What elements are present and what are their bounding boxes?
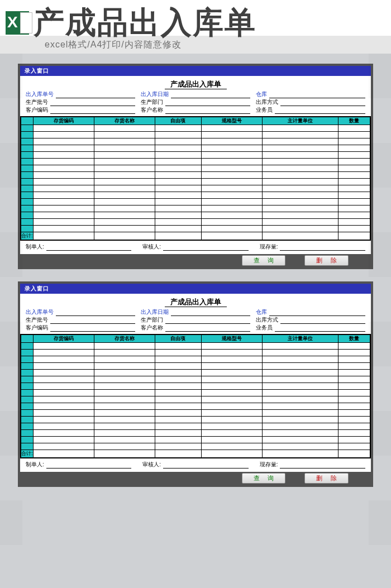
header-field: 出库方式 <box>256 316 365 324</box>
page-title: 产成品出入库单 <box>34 7 256 38</box>
field-input[interactable] <box>280 462 365 469</box>
field-input[interactable] <box>165 108 250 114</box>
header-field: 仓库 <box>256 90 365 98</box>
field-input[interactable] <box>50 108 135 114</box>
field-input[interactable] <box>280 318 365 324</box>
field-input[interactable] <box>56 310 135 316</box>
table-row[interactable] <box>21 152 370 159</box>
table-row[interactable] <box>21 430 370 437</box>
total-row: 合计: <box>21 232 370 241</box>
table-row[interactable] <box>21 212 370 219</box>
field-input[interactable] <box>165 326 250 332</box>
table-row[interactable] <box>21 370 370 376</box>
table-row[interactable] <box>21 403 370 410</box>
data-grid[interactable]: 存货编码存货名称自由项规格型号主计量单位数量 合计: <box>20 116 371 241</box>
table-row[interactable] <box>21 125 370 132</box>
header-field: 客户名称 <box>141 324 250 332</box>
total-label: 合计: <box>21 232 33 241</box>
field-input[interactable] <box>275 108 365 114</box>
field-input[interactable] <box>280 245 365 251</box>
button-bar: 查 询 删 除 <box>20 472 371 485</box>
header-fields: 出入库单号出入库日期仓库生产批号生产部门出库方式客户编码客户名称业务员 <box>20 307 371 334</box>
table-row[interactable] <box>21 205 370 212</box>
table-row[interactable] <box>21 383 370 390</box>
column-header: 存货名称 <box>94 117 155 125</box>
table-row[interactable] <box>21 226 370 232</box>
table-row[interactable] <box>21 179 370 185</box>
query-button[interactable]: 查 询 <box>242 255 286 266</box>
field-input[interactable] <box>171 310 250 316</box>
table-row[interactable] <box>21 199 370 205</box>
field-input[interactable] <box>163 462 249 469</box>
table-row[interactable] <box>21 132 370 138</box>
column-header: 主计量单位 <box>262 117 338 125</box>
field-label: 仓库 <box>256 308 267 316</box>
table-row[interactable] <box>21 363 370 370</box>
table-row[interactable] <box>21 410 370 417</box>
table-row[interactable] <box>21 192 370 199</box>
footer-field: 现存量: <box>260 243 365 251</box>
field-input[interactable] <box>46 245 132 251</box>
footer-field: 制单人: <box>26 461 131 469</box>
field-input[interactable] <box>56 92 135 98</box>
field-input[interactable] <box>171 92 250 98</box>
field-label: 出入库日期 <box>141 308 169 316</box>
button-bar: 查 询 删 除 <box>20 254 371 267</box>
column-header: 规格型号 <box>201 117 262 125</box>
field-label: 审核人: <box>142 243 161 251</box>
table-row[interactable] <box>21 165 370 172</box>
header-field: 出入库日期 <box>141 308 250 316</box>
field-label: 客户编码 <box>26 324 48 332</box>
header-field: 客户名称 <box>141 106 250 114</box>
excel-icon-x: X <box>7 13 18 31</box>
table-row[interactable] <box>21 219 370 226</box>
table-row[interactable] <box>21 172 370 179</box>
table-row[interactable] <box>21 390 370 396</box>
field-input[interactable] <box>46 462 132 469</box>
field-input[interactable] <box>50 326 135 332</box>
field-input[interactable] <box>165 100 250 106</box>
header-field: 业务员 <box>256 106 365 114</box>
header-field: 客户编码 <box>26 106 135 114</box>
field-input[interactable] <box>165 318 250 324</box>
field-input[interactable] <box>275 326 365 332</box>
field-input[interactable] <box>50 318 135 324</box>
column-header: 自由项 <box>155 117 202 125</box>
field-label: 客户名称 <box>141 106 163 114</box>
column-header: 存货编码 <box>33 117 94 125</box>
field-input[interactable] <box>269 310 365 316</box>
table-row[interactable] <box>21 185 370 192</box>
table-row[interactable] <box>21 423 370 430</box>
table-row[interactable] <box>21 138 370 145</box>
table-row[interactable] <box>21 350 370 356</box>
total-row: 合计: <box>21 450 370 458</box>
table-row[interactable] <box>21 343 370 350</box>
field-label: 出库方式 <box>256 316 278 324</box>
field-input[interactable] <box>280 100 365 106</box>
field-label: 审核人: <box>142 461 161 469</box>
field-input[interactable] <box>163 245 249 251</box>
data-grid[interactable]: 存货编码存货名称自由项规格型号主计量单位数量 合计: <box>20 334 371 458</box>
table-row[interactable] <box>21 396 370 403</box>
form-card: 录入窗口 产成品出入库单 出入库单号出入库日期仓库生产批号生产部门出库方式客户编… <box>18 64 373 269</box>
table-row[interactable] <box>21 437 370 443</box>
field-label: 制单人: <box>26 461 44 469</box>
field-label: 生产批号 <box>26 316 48 324</box>
table-row[interactable] <box>21 376 370 383</box>
table-row[interactable] <box>21 443 370 450</box>
preview-area: 录入窗口 产成品出入库单 出入库单号出入库日期仓库生产批号生产部门出库方式客户编… <box>0 54 391 588</box>
field-input[interactable] <box>50 100 135 106</box>
delete-button[interactable]: 删 除 <box>304 473 349 484</box>
table-row[interactable] <box>21 417 370 423</box>
header-field: 生产批号 <box>26 316 135 324</box>
query-button[interactable]: 查 询 <box>242 473 286 484</box>
field-input[interactable] <box>269 92 365 98</box>
table-row[interactable] <box>21 145 370 152</box>
delete-button[interactable]: 删 除 <box>304 255 349 266</box>
table-row[interactable] <box>21 356 370 363</box>
header-field: 业务员 <box>256 324 365 332</box>
header-field: 出入库日期 <box>141 90 250 98</box>
table-row[interactable] <box>21 159 370 165</box>
header-field: 生产批号 <box>26 98 135 106</box>
field-label: 客户编码 <box>26 106 48 114</box>
